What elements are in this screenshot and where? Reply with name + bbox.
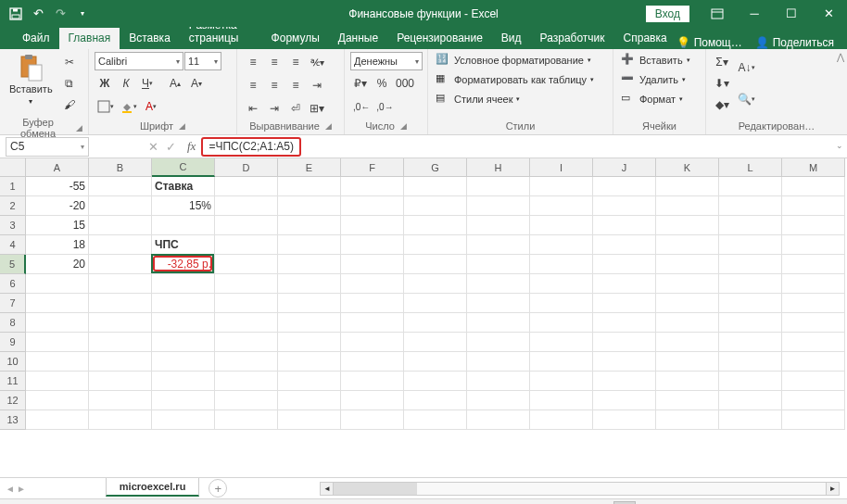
tab-insert[interactable]: Вставка bbox=[120, 28, 180, 49]
cell-A11[interactable] bbox=[26, 372, 89, 391]
cell-I11[interactable] bbox=[530, 372, 593, 391]
cell-I10[interactable] bbox=[530, 352, 593, 372]
cell-H7[interactable] bbox=[467, 294, 530, 313]
cell-K2[interactable] bbox=[656, 196, 719, 216]
cell-M12[interactable] bbox=[782, 391, 845, 410]
cell-I7[interactable] bbox=[530, 294, 593, 313]
cell-C5[interactable]: -32,85 р. bbox=[152, 255, 215, 274]
row-header-7[interactable]: 7 bbox=[0, 294, 26, 313]
shrink-font-icon[interactable]: A▾ bbox=[186, 73, 207, 94]
cell-D12[interactable] bbox=[215, 391, 278, 410]
cell-E2[interactable] bbox=[278, 196, 341, 216]
font-color-icon[interactable]: A▾ bbox=[141, 96, 161, 117]
tab-view[interactable]: Вид bbox=[492, 28, 531, 49]
tab-developer[interactable]: Разработчик bbox=[531, 28, 614, 49]
cell-H6[interactable] bbox=[467, 274, 530, 294]
expand-formula-icon[interactable]: ⌄ bbox=[836, 141, 843, 150]
cancel-formula-icon[interactable]: ✕ bbox=[148, 140, 158, 154]
cell-M10[interactable] bbox=[782, 352, 845, 372]
paste-button[interactable]: Вставить▾ bbox=[6, 52, 57, 108]
cell-D5[interactable] bbox=[215, 255, 278, 274]
cell-B5[interactable] bbox=[89, 255, 152, 274]
cell-F7[interactable] bbox=[341, 294, 404, 313]
cell-B10[interactable] bbox=[89, 352, 152, 372]
cell-L12[interactable] bbox=[719, 391, 782, 410]
cell-A12[interactable] bbox=[26, 391, 89, 410]
cell-E11[interactable] bbox=[278, 372, 341, 391]
cell-A8[interactable] bbox=[26, 313, 89, 333]
cell-M8[interactable] bbox=[782, 313, 845, 333]
tab-data[interactable]: Данные bbox=[329, 28, 387, 49]
dialog-launcher-icon[interactable]: ◢ bbox=[400, 121, 407, 131]
row-header-4[interactable]: 4 bbox=[0, 235, 26, 255]
cell-C1[interactable]: Ставка bbox=[152, 177, 215, 196]
italic-button[interactable]: К bbox=[116, 73, 136, 94]
cell-G8[interactable] bbox=[404, 313, 467, 333]
col-header-L[interactable]: L bbox=[719, 158, 782, 177]
cell-E8[interactable] bbox=[278, 313, 341, 333]
fill-color-icon[interactable]: ▾ bbox=[118, 96, 140, 117]
cell-L3[interactable] bbox=[719, 216, 782, 235]
cell-A3[interactable]: 15 bbox=[26, 216, 89, 235]
cell-E13[interactable] bbox=[278, 410, 341, 430]
view-normal-icon[interactable]: ▦ bbox=[613, 501, 636, 505]
cell-C11[interactable] bbox=[152, 372, 215, 391]
cell-F4[interactable] bbox=[341, 235, 404, 255]
cell-G13[interactable] bbox=[404, 410, 467, 430]
cell-A6[interactable] bbox=[26, 274, 89, 294]
decrease-indent-icon[interactable]: ⇤ bbox=[243, 98, 263, 119]
cell-H11[interactable] bbox=[467, 372, 530, 391]
sheet-tab[interactable]: microexcel.ru bbox=[106, 478, 200, 497]
font-name-combo[interactable]: Calibri▾ bbox=[95, 52, 183, 70]
redo-icon[interactable]: ↷ bbox=[50, 4, 70, 24]
cell-I9[interactable] bbox=[530, 333, 593, 352]
ribbon-options-icon[interactable] bbox=[699, 0, 736, 27]
cell-H2[interactable] bbox=[467, 196, 530, 216]
cell-I12[interactable] bbox=[530, 391, 593, 410]
cell-M4[interactable] bbox=[782, 235, 845, 255]
cell-K11[interactable] bbox=[656, 372, 719, 391]
cell-J12[interactable] bbox=[593, 391, 656, 410]
cell-M1[interactable] bbox=[782, 177, 845, 196]
cell-H5[interactable] bbox=[467, 255, 530, 274]
cell-I2[interactable] bbox=[530, 196, 593, 216]
cell-M6[interactable] bbox=[782, 274, 845, 294]
percent-icon[interactable]: % bbox=[372, 73, 392, 94]
cell-D11[interactable] bbox=[215, 372, 278, 391]
row-header-5[interactable]: 5 bbox=[0, 255, 26, 274]
row-header-6[interactable]: 6 bbox=[0, 274, 26, 294]
cell-A9[interactable] bbox=[26, 333, 89, 352]
cell-C10[interactable] bbox=[152, 352, 215, 372]
col-header-C[interactable]: C bbox=[152, 158, 215, 177]
cell-C8[interactable] bbox=[152, 313, 215, 333]
col-header-G[interactable]: G bbox=[404, 158, 467, 177]
cell-B12[interactable] bbox=[89, 391, 152, 410]
share-button[interactable]: 👤Поделиться bbox=[755, 36, 834, 49]
cell-F2[interactable] bbox=[341, 196, 404, 216]
cell-M9[interactable] bbox=[782, 333, 845, 352]
maximize-icon[interactable]: ☐ bbox=[773, 0, 810, 27]
wrap-text-icon[interactable]: ⏎ bbox=[285, 98, 306, 119]
formula-input[interactable]: =ЧПС(C2;A1:A5) bbox=[201, 137, 301, 157]
row-header-13[interactable]: 13 bbox=[0, 410, 26, 430]
cell-J5[interactable] bbox=[593, 255, 656, 274]
cell-K9[interactable] bbox=[656, 333, 719, 352]
cell-K13[interactable] bbox=[656, 410, 719, 430]
bold-button[interactable]: Ж bbox=[95, 73, 115, 94]
cell-J1[interactable] bbox=[593, 177, 656, 196]
col-header-M[interactable]: M bbox=[782, 158, 845, 177]
view-page-break-icon[interactable]: ▭ bbox=[658, 501, 680, 505]
cell-E9[interactable] bbox=[278, 333, 341, 352]
qat-customize-icon[interactable]: ▾ bbox=[72, 4, 93, 24]
dialog-launcher-icon[interactable]: ◢ bbox=[76, 123, 82, 132]
col-header-F[interactable]: F bbox=[341, 158, 404, 177]
row-header-1[interactable]: 1 bbox=[0, 177, 26, 196]
login-button[interactable]: Вход bbox=[646, 6, 689, 22]
cell-M3[interactable] bbox=[782, 216, 845, 235]
merge-icon[interactable]: ⊞▾ bbox=[307, 98, 327, 119]
cell-G7[interactable] bbox=[404, 294, 467, 313]
accounting-format-icon[interactable]: ₽▾ bbox=[350, 73, 371, 94]
cell-E5[interactable] bbox=[278, 255, 341, 274]
cell-H4[interactable] bbox=[467, 235, 530, 255]
sheet-nav-next-icon[interactable]: ► bbox=[17, 484, 26, 494]
